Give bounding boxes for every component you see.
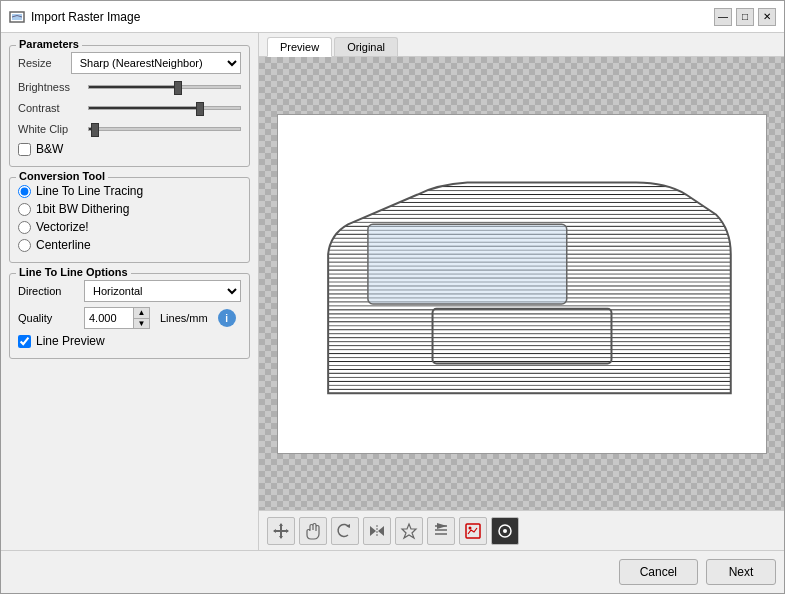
preview-tabs: Preview Original <box>259 33 784 57</box>
flip-icon[interactable] <box>363 517 391 545</box>
bw-dithering-radio[interactable] <box>18 203 31 216</box>
white-clip-label: White Clip <box>18 123 88 135</box>
vectorize-radio[interactable] <box>18 221 31 234</box>
centerline-label[interactable]: Centerline <box>36 238 91 252</box>
main-content: Parameters Resize Sharp (NearestNeighbor… <box>1 33 784 550</box>
conversion-label: Conversion Tool <box>16 170 108 182</box>
svg-marker-60 <box>273 529 276 533</box>
image-tool-icon[interactable] <box>459 517 487 545</box>
line-preview-checkbox[interactable] <box>18 335 31 348</box>
radio-vectorize: Vectorize! <box>18 220 241 234</box>
direction-row: Direction Horizontal Vertical Diagonal <box>18 280 241 302</box>
next-button[interactable]: Next <box>706 559 776 585</box>
svg-marker-59 <box>279 536 283 539</box>
svg-marker-70 <box>437 523 447 529</box>
white-clip-row: White Clip <box>18 121 241 137</box>
resize-label: Resize <box>18 57 71 69</box>
svg-rect-1 <box>12 14 22 20</box>
line-options-label: Line To Line Options <box>16 266 131 278</box>
preview-area <box>259 57 784 510</box>
contrast-slider-container <box>88 100 241 116</box>
title-bar-left: Import Raster Image <box>9 9 140 25</box>
svg-marker-63 <box>370 526 376 536</box>
bw-row: B&W <box>18 142 241 156</box>
parameters-group: Parameters Resize Sharp (NearestNeighbor… <box>9 45 250 167</box>
window-title: Import Raster Image <box>31 10 140 24</box>
quality-down-button[interactable]: ▼ <box>133 319 149 329</box>
resize-select[interactable]: Sharp (NearestNeighbor) Smooth (Bilinear… <box>71 52 241 74</box>
quality-row: Quality ▲ ▼ Lines/mm i <box>18 307 241 329</box>
quality-unit-label: Lines/mm <box>160 312 208 324</box>
main-window: Import Raster Image — □ ✕ Parameters Res… <box>0 0 785 594</box>
quality-up-button[interactable]: ▲ <box>133 308 149 319</box>
window-icon <box>9 9 25 25</box>
resize-row: Resize Sharp (NearestNeighbor) Smooth (B… <box>18 52 241 74</box>
radio-line-to-line: Line To Line Tracing <box>18 184 241 198</box>
title-bar: Import Raster Image — □ ✕ <box>1 1 784 33</box>
line-preview-row: Line Preview <box>18 334 241 348</box>
line-preview-label[interactable]: Line Preview <box>36 334 105 348</box>
brightness-row: Brightness <box>18 79 241 95</box>
line-to-line-label[interactable]: Line To Line Tracing <box>36 184 143 198</box>
toolbar <box>259 510 784 550</box>
title-controls: — □ ✕ <box>714 8 776 26</box>
tab-original[interactable]: Original <box>334 37 398 56</box>
direction-select[interactable]: Horizontal Vertical Diagonal <box>84 280 241 302</box>
minimize-button[interactable]: — <box>714 8 732 26</box>
direction-label: Direction <box>18 285 78 297</box>
left-panel: Parameters Resize Sharp (NearestNeighbor… <box>1 33 259 550</box>
vectorize-label[interactable]: Vectorize! <box>36 220 89 234</box>
brightness-slider-container <box>88 79 241 95</box>
footer: Cancel Next <box>1 550 784 593</box>
brightness-slider[interactable] <box>88 85 241 89</box>
rotate-icon[interactable] <box>331 517 359 545</box>
radio-centerline: Centerline <box>18 238 241 252</box>
svg-marker-58 <box>279 523 283 526</box>
line-options-group: Line To Line Options Direction Horizonta… <box>9 273 250 359</box>
white-clip-slider-container <box>88 121 241 137</box>
preview-image <box>277 114 767 454</box>
svg-marker-64 <box>378 526 384 536</box>
contrast-slider[interactable] <box>88 106 241 110</box>
svg-rect-56 <box>367 224 566 304</box>
quality-spinbox[interactable]: ▲ ▼ <box>84 307 150 329</box>
svg-marker-66 <box>402 524 416 538</box>
circle-tool-icon[interactable] <box>491 517 519 545</box>
contrast-row: Contrast <box>18 100 241 116</box>
quality-info-icon[interactable]: i <box>218 309 236 327</box>
bw-dithering-label[interactable]: 1bit BW Dithering <box>36 202 129 216</box>
quality-label: Quality <box>18 312 78 324</box>
brightness-label: Brightness <box>18 81 88 93</box>
quality-input[interactable] <box>85 308 133 328</box>
svg-point-72 <box>469 526 472 529</box>
bw-label[interactable]: B&W <box>36 142 63 156</box>
conversion-group: Conversion Tool Line To Line Tracing 1bi… <box>9 177 250 263</box>
close-button[interactable]: ✕ <box>758 8 776 26</box>
quality-spinbox-buttons: ▲ ▼ <box>133 308 149 328</box>
hand-icon[interactable] <box>299 517 327 545</box>
cancel-button[interactable]: Cancel <box>619 559 698 585</box>
parameters-label: Parameters <box>16 38 82 50</box>
target-icon[interactable] <box>427 517 455 545</box>
tab-preview[interactable]: Preview <box>267 37 332 57</box>
svg-point-74 <box>503 529 507 533</box>
right-panel: Preview Original <box>259 33 784 550</box>
radio-bw-dither: 1bit BW Dithering <box>18 202 241 216</box>
svg-marker-61 <box>286 529 289 533</box>
white-clip-slider[interactable] <box>88 127 241 131</box>
centerline-radio[interactable] <box>18 239 31 252</box>
contrast-label: Contrast <box>18 102 88 114</box>
star-icon[interactable] <box>395 517 423 545</box>
line-to-line-radio[interactable] <box>18 185 31 198</box>
bw-checkbox[interactable] <box>18 143 31 156</box>
preview-svg <box>278 115 766 453</box>
pan-icon[interactable] <box>267 517 295 545</box>
maximize-button[interactable]: □ <box>736 8 754 26</box>
